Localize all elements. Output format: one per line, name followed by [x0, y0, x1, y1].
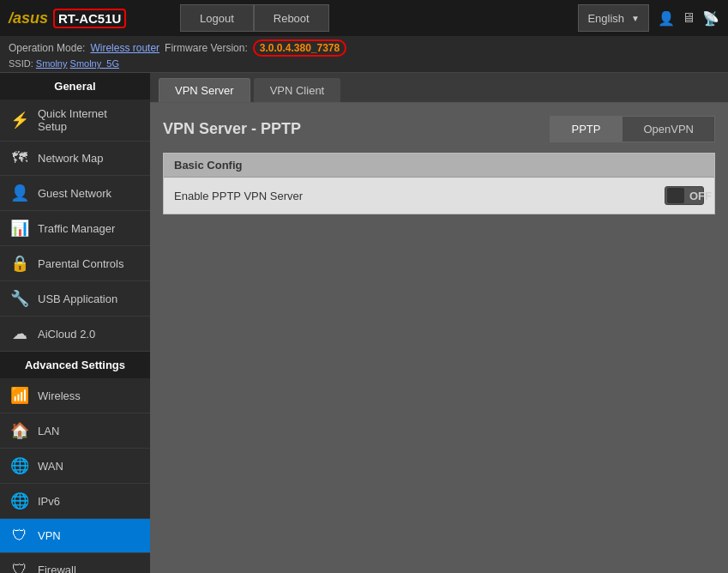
sidebar-item-label: Firewall	[38, 564, 76, 573]
ssid-label: SSID:	[9, 58, 33, 69]
network-map-icon: 🗺	[10, 149, 29, 167]
sidebar-item-aicloud[interactable]: ☁ AiCloud 2.0	[0, 317, 150, 352]
sidebar-item-guest-network[interactable]: 👤 Guest Network	[0, 176, 150, 211]
sidebar-item-network-map[interactable]: 🗺 Network Map	[0, 142, 150, 176]
chevron-down-icon: ▼	[631, 14, 640, 23]
sidebar-item-label: Quick InternetSetup	[38, 107, 107, 133]
sidebar-item-label: LAN	[38, 425, 59, 437]
openvpn-button[interactable]: OpenVPN	[622, 116, 715, 142]
sidebar-item-vpn[interactable]: 🛡 VPN	[0, 519, 150, 553]
sidebar-item-usb-application[interactable]: 🔧 USB Application	[0, 281, 150, 317]
sidebar-item-quick-internet-setup[interactable]: ⚡ Quick InternetSetup	[0, 100, 150, 142]
sidebar-item-firewall[interactable]: 🛡 Firewall	[0, 553, 150, 573]
main-content: VPN Server VPN Client VPN Server - PPTP …	[150, 73, 728, 573]
sidebar-item-parental-controls[interactable]: 🔒 Parental Controls	[0, 246, 150, 281]
sidebar-item-label: Guest Network	[38, 187, 111, 200]
sidebar-item-lan[interactable]: 🏠 LAN	[0, 413, 150, 449]
toggle-state-label: OFF	[689, 190, 712, 202]
basic-config-section: Basic Config Enable PPTP VPN Server OFF	[163, 153, 715, 214]
sidebar-item-label: AiCloud 2.0	[38, 328, 95, 341]
sidebar-item-traffic-manager[interactable]: 📊 Traffic Manager	[0, 211, 150, 246]
sidebar: General ⚡ Quick InternetSetup 🗺 Network …	[0, 73, 150, 573]
aicloud-icon: ☁	[10, 324, 29, 343]
firewall-icon: 🛡	[10, 561, 29, 573]
sidebar-item-label: Traffic Manager	[38, 222, 115, 235]
main-layout: General ⚡ Quick InternetSetup 🗺 Network …	[0, 73, 728, 573]
sidebar-item-wireless[interactable]: 📶 Wireless	[0, 378, 150, 413]
firmware-version[interactable]: 3.0.0.4.380_7378	[253, 39, 346, 57]
basic-config-title: Basic Config	[164, 154, 714, 178]
operation-mode-line: Operation Mode: Wireless router Firmware…	[9, 39, 719, 57]
guest-network-icon: 👤	[10, 184, 29, 202]
vpn-icon: 🛡	[10, 527, 29, 545]
sidebar-item-label: Network Map	[38, 152, 104, 165]
traffic-manager-icon: 📊	[10, 219, 29, 238]
parental-controls-icon: 🔒	[10, 254, 29, 273]
logo-asus: /asus	[9, 9, 48, 27]
sidebar-item-label: IPv6	[38, 495, 60, 508]
sidebar-item-label: Wireless	[38, 389, 81, 402]
usb-application-icon: 🔧	[10, 289, 29, 308]
sidebar-item-ipv6[interactable]: 🌐 IPv6	[0, 484, 150, 519]
ssid-line: SSID: Smolny Smolny_5G	[9, 58, 719, 69]
logo-area: /asus RT-AC51U	[0, 9, 180, 28]
page-header: VPN Server - PPTP PPTP OpenVPN	[163, 116, 715, 142]
wan-icon: 🌐	[10, 456, 29, 475]
page-title: VPN Server - PPTP	[163, 120, 301, 138]
ssid-2g-link[interactable]: Smolny	[36, 58, 68, 69]
toggle-container: OFF	[665, 186, 704, 205]
enable-pptp-label: Enable PPTP VPN Server	[174, 190, 665, 202]
advanced-section-title: Advanced Settings	[0, 352, 150, 378]
tab-vpn-server[interactable]: VPN Server	[159, 78, 250, 102]
reboot-button[interactable]: Reboot	[254, 4, 329, 32]
wifi-icon[interactable]: 📡	[702, 10, 719, 27]
sidebar-item-label: USB Application	[38, 293, 117, 305]
operation-mode-value[interactable]: Wireless router	[90, 42, 159, 54]
basic-config-row: Enable PPTP VPN Server OFF	[164, 178, 714, 214]
firmware-label: Firmware Version:	[165, 42, 248, 54]
operation-mode-label: Operation Mode:	[9, 42, 85, 54]
header: /asus RT-AC51U Logout Reboot English ▼ 👤…	[0, 0, 728, 36]
enable-pptp-toggle[interactable]: OFF	[665, 186, 704, 205]
general-section-title: General	[0, 73, 150, 100]
tab-bar: VPN Server VPN Client	[150, 73, 728, 103]
monitor-icon[interactable]: 🖥	[682, 10, 695, 26]
info-bar: Operation Mode: Wireless router Firmware…	[0, 36, 728, 73]
quick-setup-icon: ⚡	[10, 111, 29, 130]
language-select[interactable]: English ▼	[578, 4, 649, 32]
header-buttons: Logout Reboot English ▼ 👤 🖥 📡	[180, 4, 728, 32]
tab-vpn-client[interactable]: VPN Client	[254, 78, 341, 102]
page-type-buttons: PPTP OpenVPN	[550, 116, 715, 142]
logo-model: RT-AC51U	[53, 9, 126, 28]
user-icon[interactable]: 👤	[658, 10, 675, 27]
header-icons: 👤 🖥 📡	[649, 10, 728, 27]
logout-button[interactable]: Logout	[180, 4, 254, 32]
sidebar-item-label: WAN	[38, 460, 63, 473]
ipv6-icon: 🌐	[10, 492, 29, 510]
sidebar-item-wan[interactable]: 🌐 WAN	[0, 449, 150, 484]
ssid-5g-link[interactable]: Smolny_5G	[70, 58, 119, 69]
toggle-knob	[667, 188, 684, 203]
sidebar-item-label: VPN	[38, 529, 61, 542]
sidebar-item-label: Parental Controls	[38, 257, 123, 270]
lan-icon: 🏠	[10, 421, 29, 440]
pptp-button[interactable]: PPTP	[550, 116, 622, 142]
wireless-icon: 📶	[10, 386, 29, 405]
page-content: VPN Server - PPTP PPTP OpenVPN Basic Con…	[150, 103, 728, 227]
language-label: English	[587, 12, 624, 25]
